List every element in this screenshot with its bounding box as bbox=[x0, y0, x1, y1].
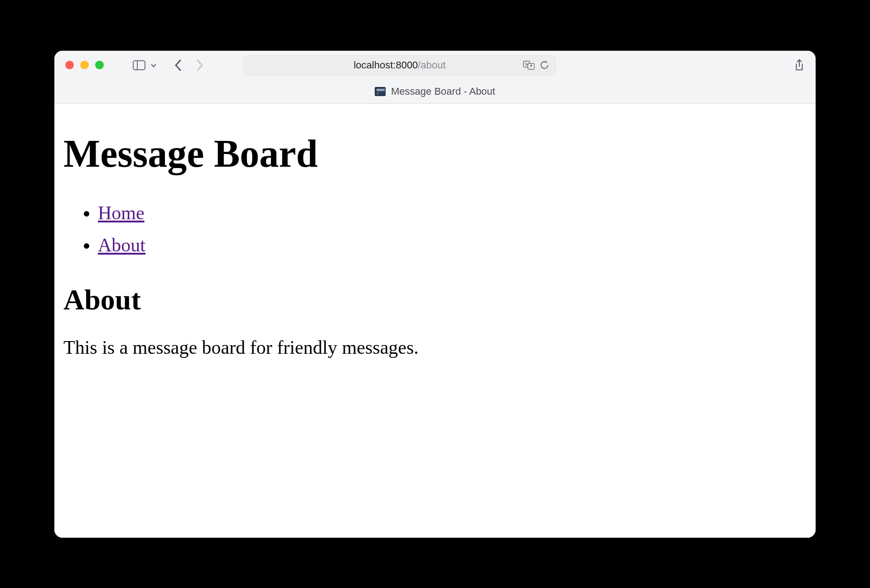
browser-window: localhost:8000/about bbox=[54, 51, 816, 538]
navigation-arrows bbox=[174, 59, 204, 72]
page-heading: About bbox=[63, 283, 807, 317]
maximize-window-button[interactable] bbox=[95, 61, 104, 69]
translate-icon[interactable] bbox=[523, 61, 535, 70]
site-title: Message Board bbox=[63, 131, 807, 176]
tab-bar: Message Board - About bbox=[54, 80, 816, 103]
url-host: localhost:8000 bbox=[353, 59, 418, 71]
nav-list: Home About bbox=[98, 197, 807, 262]
nav-link-about[interactable]: About bbox=[98, 235, 145, 255]
forward-button[interactable] bbox=[195, 59, 204, 72]
url-path: /about bbox=[418, 59, 445, 71]
close-window-button[interactable] bbox=[65, 61, 74, 69]
sidebar-icon bbox=[133, 60, 145, 70]
browser-chrome: localhost:8000/about bbox=[54, 51, 816, 104]
page-body-text: This is a message board for friendly mes… bbox=[63, 337, 807, 358]
reload-icon[interactable] bbox=[540, 60, 549, 70]
page-content: Message Board Home About About This is a… bbox=[54, 104, 816, 538]
address-bar-actions bbox=[523, 60, 549, 70]
chevron-down-icon bbox=[150, 62, 157, 69]
share-icon[interactable] bbox=[794, 59, 805, 72]
list-item: About bbox=[98, 229, 807, 261]
url-text: localhost:8000/about bbox=[353, 59, 445, 71]
list-item: Home bbox=[98, 197, 807, 229]
svg-rect-0 bbox=[133, 61, 145, 70]
chevron-right-icon bbox=[196, 59, 203, 71]
minimize-window-button[interactable] bbox=[80, 61, 89, 69]
chevron-left-icon bbox=[174, 59, 182, 71]
window-controls bbox=[65, 61, 104, 69]
sidebar-toggle-button[interactable] bbox=[133, 60, 157, 70]
address-bar[interactable]: localhost:8000/about bbox=[243, 55, 556, 75]
browser-toolbar: localhost:8000/about bbox=[54, 51, 816, 80]
back-button[interactable] bbox=[174, 59, 183, 72]
tab-title[interactable]: Message Board - About bbox=[391, 86, 495, 97]
toolbar-right bbox=[794, 59, 805, 72]
favicon-icon bbox=[375, 87, 386, 96]
nav-link-home[interactable]: Home bbox=[98, 202, 145, 223]
